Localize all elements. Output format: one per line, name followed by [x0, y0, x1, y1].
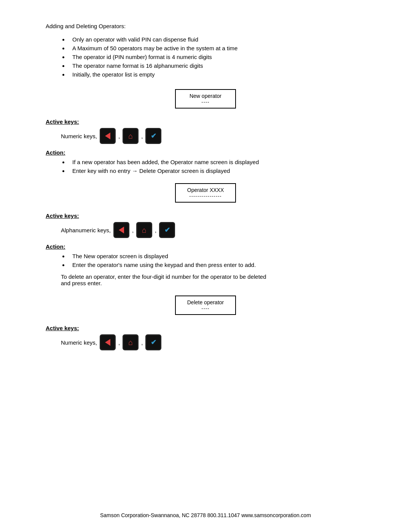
comma-3: , [132, 227, 134, 233]
bullet-3: The operator id (PIN number) format is 4… [68, 54, 365, 60]
keys-row-2: Alphanumeric keys, , ⌂ , ✔ [61, 222, 365, 238]
home-key-1[interactable]: ⌂ [123, 128, 139, 144]
action-bullet-2-1: The New operator screen is displayed [68, 253, 365, 259]
screen3-sub: ---- [183, 305, 228, 311]
screen3-box: Delete operator ---- [175, 296, 236, 315]
screen1-container: New operator ---- [46, 85, 365, 112]
active-keys-label-1: Active keys: [46, 118, 365, 125]
check-icon-2: ✔ [164, 226, 170, 234]
screen3-container: Delete operator ---- [46, 292, 365, 319]
keys-prefix-3: Numeric keys, [61, 339, 97, 346]
back-key-3[interactable] [100, 334, 116, 350]
comma-6: , [141, 339, 143, 346]
section-title: Adding and Deleting Operators: [46, 23, 365, 29]
screen1-title: New operator [183, 93, 228, 99]
bullet-5: Initially, the operator list is empty [68, 71, 365, 78]
bullet-2: A Maximum of 50 operators may be active … [68, 45, 365, 51]
delete-note: To delete an operator, enter the four-di… [61, 273, 274, 286]
back-arrow-icon-1 [105, 133, 110, 139]
active-keys-label-3: Active keys: [46, 325, 365, 331]
comma-1: , [118, 133, 120, 139]
bullet-4: The operator name format is 16 alphanume… [68, 62, 365, 69]
action-bullet-2-2: Enter the operator's name using the keyp… [68, 262, 365, 268]
check-icon-3: ✔ [151, 338, 156, 347]
screen2-box: Operator XXXX ---------------- [175, 183, 236, 203]
action-bullet-1-2: Enter key with no entry → Delete Operato… [68, 168, 365, 174]
home-icon-1: ⌂ [128, 132, 133, 140]
keys-prefix-1: Numeric keys, [61, 133, 97, 139]
screen2-container: Operator XXXX ---------------- [46, 179, 365, 206]
keys-row-1: Numeric keys, , ⌂ , ✔ [61, 128, 365, 144]
home-key-2[interactable]: ⌂ [136, 222, 152, 238]
action-list-2: The New operator screen is displayed Ent… [68, 253, 365, 268]
keys-prefix-2: Alphanumeric keys, [61, 227, 111, 233]
enter-key-3[interactable]: ✔ [145, 334, 161, 350]
home-key-3[interactable]: ⌂ [123, 334, 139, 350]
action-label-1: Action: [46, 149, 365, 156]
screen3-title: Delete operator [183, 299, 228, 305]
comma-4: , [155, 227, 156, 233]
screen1-sub: ---- [183, 99, 228, 105]
enter-key-2[interactable]: ✔ [159, 222, 175, 238]
action-list-1: If a new operator has been added, the Op… [68, 159, 365, 174]
bullet-1: Only an operator with valid PIN can disp… [68, 36, 365, 43]
footer-text: Samson Corporation-Swannanoa, NC 28778 8… [100, 512, 311, 518]
screen1-box: New operator ---- [175, 89, 236, 109]
back-arrow-icon-2 [119, 227, 124, 233]
intro-bullets: Only an operator with valid PIN can disp… [68, 36, 365, 78]
active-keys-label-2: Active keys: [46, 212, 365, 219]
back-key-2[interactable] [113, 222, 129, 238]
screen2-title: Operator XXXX [183, 187, 228, 193]
comma-2: , [141, 133, 143, 139]
check-icon-1: ✔ [151, 132, 156, 140]
comma-5: , [118, 339, 120, 346]
keys-row-3: Numeric keys, , ⌂ , ✔ [61, 334, 365, 350]
back-arrow-icon-3 [105, 339, 110, 346]
enter-key-1[interactable]: ✔ [145, 128, 161, 144]
action-label-2: Action: [46, 243, 365, 250]
back-key-1[interactable] [100, 128, 116, 144]
action-bullet-1-1: If a new operator has been added, the Op… [68, 159, 365, 165]
footer: Samson Corporation-Swannanoa, NC 28778 8… [0, 512, 411, 518]
screen2-sub: ---------------- [183, 193, 228, 199]
home-icon-3: ⌂ [128, 339, 133, 346]
home-icon-2: ⌂ [142, 226, 147, 234]
